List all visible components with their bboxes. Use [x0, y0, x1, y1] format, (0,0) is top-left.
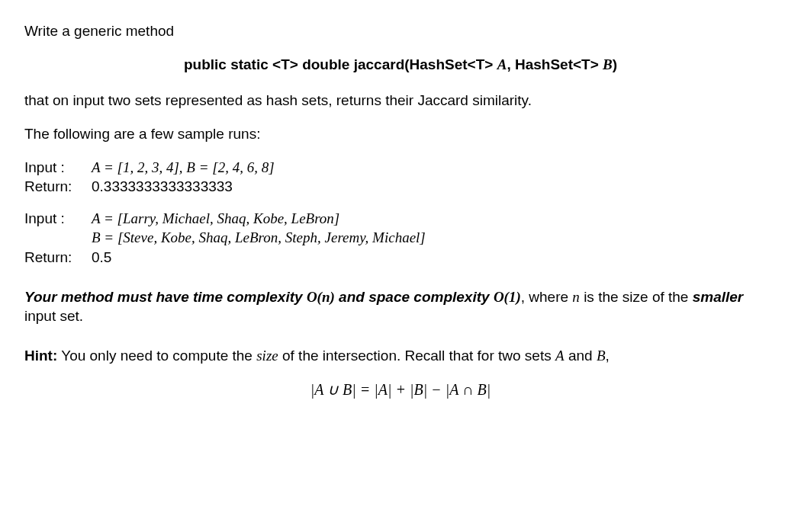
- example-input-value: A = [Larry, Michael, Shaq, Kobe, LeBron]: [92, 209, 339, 229]
- example-return-line: Return: 0.5: [24, 248, 777, 268]
- complexity-constraint: Your method must have time complexity O(…: [24, 287, 777, 326]
- description-text: that on input two sets represented as ha…: [24, 91, 777, 111]
- return-label: Return:: [24, 248, 78, 268]
- hint-label: Hint:: [24, 348, 57, 364]
- example-input-line-2: B = [Steve, Kobe, Shaq, LeBron, Steph, J…: [24, 228, 777, 248]
- constraint-o1: O(1): [494, 289, 521, 305]
- constraint-tail2: is the size of the: [580, 289, 693, 305]
- example-input-value: A = [1, 2, 3, 4], B = [2, 4, 6, 8]: [92, 158, 275, 178]
- constraint-tail3: input set.: [24, 308, 83, 324]
- hint-comma: ,: [605, 348, 609, 364]
- constraint-tail1: , where: [521, 289, 573, 305]
- constraint-mid: and space complexity: [335, 289, 494, 305]
- sig-arg-b: B: [603, 56, 613, 72]
- hint-B: B: [597, 348, 606, 364]
- example-return-line: Return: 0.3333333333333333: [24, 177, 777, 197]
- union-formula: |A ∪ B| = |A| + |B| − |A ∩ B|: [24, 380, 777, 400]
- example-return-value: 0.3333333333333333: [92, 177, 233, 197]
- example-return-value: 0.5: [92, 248, 111, 268]
- formula-text: |A ∪ B| = |A| + |B| − |A ∩ B|: [310, 381, 491, 398]
- return-label: Return:: [24, 177, 78, 197]
- hint-paragraph: Hint: You only need to compute the size …: [24, 346, 777, 366]
- sig-prefix: public static <T> double jaccard(HashSet…: [184, 56, 497, 72]
- hint-size: size: [256, 348, 278, 364]
- input-label: Input :: [24, 158, 78, 178]
- hint-text1: You only need to compute the: [57, 348, 256, 364]
- constraint-lead: Your method must have time complexity: [24, 289, 307, 305]
- samples-intro: The following are a few sample runs:: [24, 124, 777, 144]
- example-block: Input : A = [1, 2, 3, 4], B = [2, 4, 6, …: [24, 158, 777, 197]
- method-signature: public static <T> double jaccard(HashSet…: [24, 55, 777, 75]
- input-label-empty: [24, 228, 78, 248]
- constraint-on: O(n): [307, 289, 335, 305]
- sig-arg-a: A: [497, 56, 507, 72]
- sig-suffix: ): [613, 56, 617, 72]
- input-label: Input :: [24, 209, 78, 229]
- constraint-smaller: smaller: [693, 289, 744, 305]
- constraint-n: n: [572, 289, 580, 305]
- hint-and: and: [565, 348, 597, 364]
- example-input-line: Input : A = [Larry, Michael, Shaq, Kobe,…: [24, 209, 777, 229]
- example-block: Input : A = [Larry, Michael, Shaq, Kobe,…: [24, 209, 777, 268]
- intro-text: Write a generic method: [24, 21, 777, 41]
- example-input-line: Input : A = [1, 2, 3, 4], B = [2, 4, 6, …: [24, 158, 777, 178]
- example-input-value: B = [Steve, Kobe, Shaq, LeBron, Steph, J…: [92, 228, 426, 248]
- sig-mid: , HashSet<T>: [507, 56, 603, 72]
- hint-A: A: [555, 348, 565, 364]
- hint-text2: of the intersection. Recall that for two…: [278, 348, 555, 364]
